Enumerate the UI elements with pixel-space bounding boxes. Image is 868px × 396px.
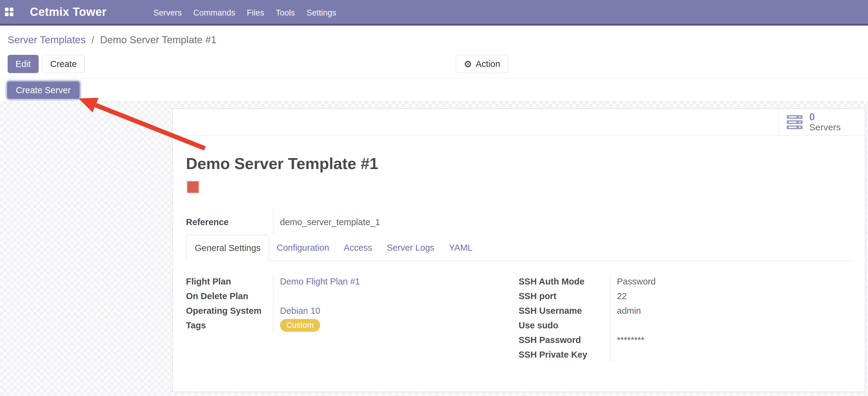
tab-yaml[interactable]: YAML (442, 235, 479, 261)
navbar-menu: Servers Commands Files Tools Settings (148, 0, 342, 26)
field-ssh-password: SSH Password ******** (519, 333, 851, 347)
field-label: SSH Password (519, 335, 610, 345)
tab-configuration[interactable]: Configuration (269, 235, 337, 261)
notebook-tabs: General Settings Configuration Access Se… (186, 235, 851, 261)
template-color-swatch-fill (187, 181, 199, 193)
servers-stat-texts: 0 Servers (809, 112, 841, 132)
top-navbar: Cetmix Tower Servers Commands Files Tool… (0, 0, 868, 26)
field-ssh-auth-mode: SSH Auth Mode Password (519, 274, 851, 289)
tab-general-settings[interactable]: General Settings (186, 235, 269, 261)
field-label: Use sudo (519, 320, 610, 331)
tag-badge: Custom (280, 319, 320, 332)
field-label: Tags (186, 320, 273, 331)
servers-label: Servers (809, 122, 841, 132)
template-color-swatch (186, 180, 200, 194)
record-title: Demo Server Template #1 (186, 154, 851, 173)
form-background: 0 Servers Demo Server Template #1 Refere… (0, 101, 868, 396)
field-label: SSH port (519, 291, 610, 301)
edit-button[interactable]: Edit (8, 55, 39, 73)
flight-plan-link[interactable]: Demo Flight Plan #1 (280, 277, 360, 287)
breadcrumb-current: Demo Server Template #1 (100, 34, 217, 46)
form-buttons: Edit Create (8, 55, 85, 73)
reference-label: Reference (186, 217, 273, 227)
create-server-button[interactable]: Create Server (7, 81, 80, 99)
status-bar: Create Server (0, 79, 868, 101)
field-ssh-private-key: SSH Private Key (519, 347, 851, 362)
field-ssh-port: SSH port 22 (519, 289, 851, 303)
field-flight-plan: Flight Plan Demo Flight Plan #1 (186, 274, 519, 289)
breadcrumb-parent-link[interactable]: Server Templates (8, 34, 86, 46)
field-label: Flight Plan (186, 277, 273, 287)
fields-group-right: SSH Auth Mode Password SSH port 22 SSH U… (519, 274, 851, 362)
menu-tools[interactable]: Tools (270, 8, 301, 18)
create-button[interactable]: Create (42, 55, 85, 73)
field-value: Password (617, 277, 656, 287)
breadcrumb: Server Templates / Demo Server Template … (8, 34, 216, 46)
control-panel: Server Templates / Demo Server Template … (0, 27, 868, 79)
form-sheet: Demo Server Template #1 Reference demo_s… (173, 154, 865, 362)
breadcrumb-separator: / (91, 34, 94, 46)
general-settings-fields: Flight Plan Demo Flight Plan #1 On Delet… (186, 274, 851, 362)
app-brand[interactable]: Cetmix Tower (30, 5, 106, 19)
servers-stat-button[interactable]: 0 Servers (778, 109, 865, 135)
field-label: SSH Auth Mode (519, 277, 610, 287)
menu-files[interactable]: Files (241, 8, 270, 18)
field-use-sudo: Use sudo (519, 318, 851, 333)
menu-servers[interactable]: Servers (148, 8, 187, 18)
field-tags: Tags Custom (186, 318, 519, 333)
tab-server-logs[interactable]: Server Logs (379, 235, 442, 261)
record-card: 0 Servers Demo Server Template #1 Refere… (172, 108, 865, 392)
fields-group-left: Flight Plan Demo Flight Plan #1 On Delet… (186, 274, 519, 362)
field-on-delete-plan: On Delete Plan (186, 289, 519, 303)
reference-value: demo_server_template_1 (280, 217, 380, 227)
menu-settings[interactable]: Settings (301, 8, 342, 18)
servers-count: 0 (809, 112, 841, 122)
field-operating-system: Operating System Debian 10 (186, 303, 519, 318)
menu-commands[interactable]: Commands (187, 8, 241, 18)
action-button[interactable]: ⚙ Action (456, 55, 508, 73)
field-label: SSH Username (519, 306, 610, 316)
page: Cetmix Tower Servers Commands Files Tool… (0, 0, 868, 396)
field-label: On Delete Plan (186, 291, 273, 301)
apps-grid-icon[interactable] (5, 8, 13, 16)
field-value: 22 (617, 291, 627, 301)
field-ssh-username: SSH Username admin (519, 303, 851, 318)
tab-access[interactable]: Access (337, 235, 379, 261)
field-value: ******** (617, 335, 644, 345)
reference-field-row: Reference demo_server_template_1 (186, 210, 851, 234)
field-label: SSH Private Key (519, 350, 610, 360)
gear-icon: ⚙ (464, 59, 472, 69)
action-button-label: Action (476, 59, 500, 69)
field-value: admin (617, 306, 641, 316)
field-label: Operating System (186, 306, 273, 316)
operating-system-link[interactable]: Debian 10 (280, 306, 320, 316)
server-stack-icon (787, 115, 803, 129)
button-box-row: 0 Servers (173, 109, 865, 136)
